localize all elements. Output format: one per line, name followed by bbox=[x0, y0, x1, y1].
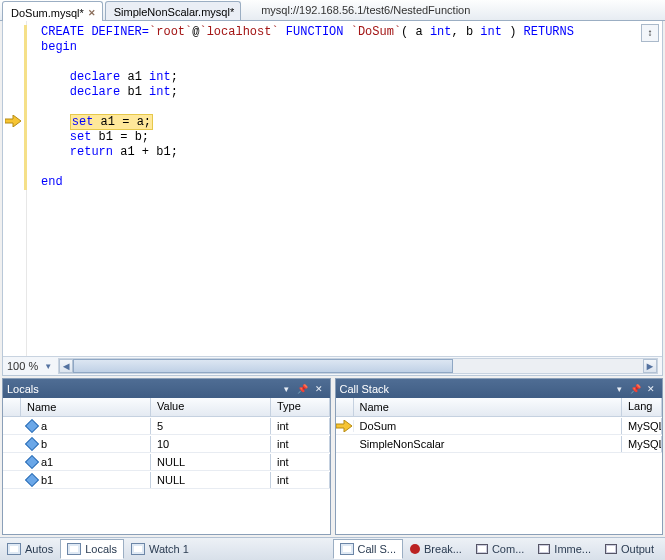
window-icon bbox=[340, 543, 354, 555]
locals-panel: Locals ▾ 📌 ✕ Name Value Type a 5 int bbox=[2, 378, 331, 535]
connection-path: mysql://192.168.56.1/test6/NestedFunctio… bbox=[261, 4, 470, 16]
window-position-icon[interactable]: ▾ bbox=[612, 382, 626, 396]
table-row[interactable]: a1 NULL int bbox=[3, 453, 330, 471]
pin-icon[interactable]: 📌 bbox=[296, 382, 310, 396]
panel-title: Call Stack bbox=[340, 383, 611, 395]
pin-icon[interactable]: 📌 bbox=[628, 382, 642, 396]
variable-icon bbox=[25, 454, 39, 468]
window-icon bbox=[67, 543, 81, 555]
scroll-right-icon[interactable]: ► bbox=[643, 359, 657, 373]
scroll-left-icon[interactable]: ◄ bbox=[59, 359, 73, 373]
variable-icon bbox=[25, 436, 39, 450]
window-icon bbox=[7, 543, 21, 555]
col-name[interactable]: Name bbox=[354, 398, 623, 416]
current-frame-arrow-icon bbox=[336, 420, 352, 432]
locals-body: a 5 int b 10 int a1 NULL int bbox=[3, 417, 330, 534]
col-name[interactable]: Name bbox=[21, 398, 151, 416]
locals-columns: Name Value Type bbox=[3, 398, 330, 417]
callstack-body: DoSum MySQL SimpleNonScalar MySQL bbox=[336, 417, 663, 534]
close-icon[interactable]: ✕ bbox=[88, 8, 96, 18]
bottom-tabs-right: Call S... Break... Com... Imme... Output bbox=[333, 539, 666, 559]
editor-footer: 100 % ▼ ◄ ► bbox=[3, 356, 662, 375]
tab-dosum[interactable]: DoSum.mysql* ✕ bbox=[2, 1, 103, 21]
btab-watch[interactable]: Watch 1 bbox=[124, 539, 196, 559]
tab-label: SimpleNonScalar.mysql* bbox=[114, 6, 234, 18]
col-value[interactable]: Value bbox=[151, 398, 271, 416]
callstack-columns: Name Lang bbox=[336, 398, 663, 417]
btab-breakpoints[interactable]: Break... bbox=[403, 539, 469, 559]
window-position-icon[interactable]: ▾ bbox=[280, 382, 294, 396]
editor-gutter bbox=[3, 21, 27, 356]
table-row[interactable]: b 10 int bbox=[3, 435, 330, 453]
btab-autos[interactable]: Autos bbox=[0, 539, 60, 559]
tab-simplenonscalar[interactable]: SimpleNonScalar.mysql* bbox=[105, 1, 241, 20]
code-text[interactable]: CREATE DEFINER=`root`@`localhost` FUNCTI… bbox=[27, 21, 662, 356]
btab-command[interactable]: Com... bbox=[469, 539, 531, 559]
btab-output[interactable]: Output bbox=[598, 539, 661, 559]
horizontal-scrollbar[interactable]: ◄ ► bbox=[58, 358, 658, 374]
btab-immediate[interactable]: Imme... bbox=[531, 539, 598, 559]
table-row[interactable]: DoSum MySQL bbox=[336, 417, 663, 435]
document-tabbar: DoSum.mysql* ✕ SimpleNonScalar.mysql* my… bbox=[0, 0, 665, 21]
table-row[interactable]: SimpleNonScalar MySQL bbox=[336, 435, 663, 453]
window-icon bbox=[131, 543, 145, 555]
bottom-tabstrip: Autos Locals Watch 1 Call S... Break... … bbox=[0, 537, 665, 560]
locals-header[interactable]: Locals ▾ 📌 ✕ bbox=[3, 379, 330, 398]
current-line-arrow-icon bbox=[5, 115, 21, 129]
table-row[interactable]: b1 NULL int bbox=[3, 471, 330, 489]
variable-icon bbox=[25, 418, 39, 432]
zoom-dropdown-icon[interactable]: ▼ bbox=[44, 362, 52, 371]
output-icon bbox=[605, 544, 617, 554]
svg-marker-1 bbox=[336, 420, 352, 432]
variable-icon bbox=[25, 472, 39, 486]
close-icon[interactable]: ✕ bbox=[312, 382, 326, 396]
btab-callstack[interactable]: Call S... bbox=[333, 539, 404, 559]
col-lang[interactable]: Lang bbox=[622, 398, 662, 416]
close-icon[interactable]: ✕ bbox=[644, 382, 658, 396]
window-icon bbox=[476, 544, 488, 554]
code-editor: ↕ CREATE DEFINER=`root`@`localhost` FUNC… bbox=[2, 21, 663, 376]
scroll-thumb[interactable] bbox=[73, 359, 453, 373]
callstack-panel: Call Stack ▾ 📌 ✕ Name Lang DoSum MySQL S… bbox=[335, 378, 664, 535]
col-type[interactable]: Type bbox=[271, 398, 330, 416]
svg-marker-0 bbox=[5, 115, 21, 127]
btab-locals[interactable]: Locals bbox=[60, 539, 124, 559]
table-row[interactable]: a 5 int bbox=[3, 417, 330, 435]
tab-label: DoSum.mysql* bbox=[11, 7, 84, 19]
zoom-level[interactable]: 100 % bbox=[7, 360, 38, 372]
callstack-header[interactable]: Call Stack ▾ 📌 ✕ bbox=[336, 379, 663, 398]
bottom-tabs-left: Autos Locals Watch 1 bbox=[0, 539, 333, 559]
window-icon bbox=[538, 544, 550, 554]
panel-title: Locals bbox=[7, 383, 278, 395]
breakpoint-icon bbox=[410, 544, 420, 554]
